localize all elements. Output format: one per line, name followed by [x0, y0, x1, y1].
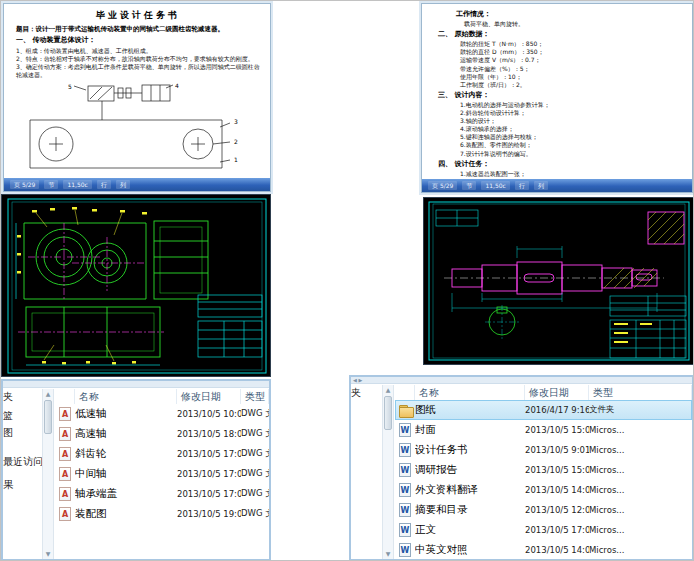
file-row[interactable]: W 调研报告 2013/10/5 15:01 Micros...: [395, 460, 692, 480]
sketch-svg: [16, 82, 262, 174]
scroll-thumb[interactable]: [44, 400, 52, 434]
file-type: Micros...: [589, 425, 692, 435]
screenshot-canvas: 毕业设计任务书 题目：设计一用于带式运输机传动装置中的同轴式二级圆柱齿轮减速器。…: [0, 0, 694, 561]
file-type: DWG 文...: [241, 448, 269, 460]
file-date: 2013/10/5 18:01: [177, 429, 241, 439]
file-date: 2016/4/17 9:16: [525, 405, 589, 415]
file-row[interactable]: W 外文资料翻译 2013/10/5 14:01 Micros...: [395, 480, 692, 500]
file-date: 2013/10/5 15:01: [525, 425, 589, 435]
file-row[interactable]: A 斜齿轮 2013/10/5 17:01 DWG 文...: [55, 444, 269, 464]
file-date: 2013/10/5 10:01: [177, 409, 241, 419]
tree-item[interactable]: 最近访问的位置: [3, 456, 42, 467]
file-row[interactable]: W 摘要和目录 2013/10/5 12:01 Micros...: [395, 500, 692, 520]
file-date: 2013/10/5 17:01: [525, 525, 589, 535]
column-header-type[interactable]: 类型: [241, 389, 269, 404]
tree-scrollbar[interactable]: ▲ ▼: [42, 389, 54, 559]
status-position: 11,50c: [63, 180, 91, 189]
file-type: DWG 文...: [241, 408, 269, 420]
file-row[interactable]: W 设计任务书 2013/10/5 9:01 Micros...: [395, 440, 692, 460]
scroll-down-icon[interactable]: ▼: [43, 549, 53, 559]
file-type: DWG 文...: [241, 428, 269, 440]
tree-item[interactable]: 篮: [3, 410, 42, 421]
figure-transmission-sketch: 5 4 3 2 1: [16, 82, 262, 174]
doc-status-bar: 页 5/29 节 11,50c 行 列: [422, 179, 692, 192]
doc-item: 2、特点：齿轮相对于轴承不对称分布，故沿轴向载荷分布不均匀，要求轴有较大的刚度。: [16, 55, 260, 63]
word-file-icon: W: [399, 463, 411, 477]
file-date: 2013/10/5 14:01: [525, 545, 589, 555]
scroll-thumb[interactable]: [384, 396, 392, 430]
data-item: 运输带速度 V（m/s）：0.7；: [434, 56, 682, 64]
file-name: 高速轴: [75, 427, 177, 441]
word-file-icon: W: [399, 543, 411, 557]
cad-shaft-canvas: [424, 198, 694, 365]
file-name: 正文: [415, 523, 525, 537]
file-type: Micros...: [589, 485, 692, 495]
word-file-icon: W: [399, 503, 411, 517]
file-row[interactable]: W 中英文对照 2013/10/5 14:01 Micros...: [395, 540, 692, 559]
file-row[interactable]: A 低速轴 2013/10/5 10:01 DWG 文...: [55, 404, 269, 424]
word-file-icon: W: [399, 423, 411, 437]
file-name: 装配图: [75, 507, 177, 521]
file-date: 2013/10/5 9:01: [525, 445, 589, 455]
status-column: 列: [116, 180, 130, 189]
content-item: 1.电动机的选择与运动参数计算；: [434, 101, 682, 109]
folder-tree-pane: 夹: [351, 385, 382, 559]
doc-subject: 题目：设计一用于带式运输机传动装置中的同轴式二级圆柱齿轮减速器。: [16, 25, 260, 34]
tree-item[interactable]: 夹: [3, 391, 42, 402]
scroll-up-icon[interactable]: ▲: [383, 385, 393, 395]
file-type: DWG 文...: [241, 488, 269, 500]
sec3-heading: 三、 设计内容：: [434, 91, 682, 100]
dwg-file-icon: A: [59, 467, 71, 481]
file-date: 2013/10/5 19:01: [177, 509, 241, 519]
file-name: 轴承端盖: [75, 487, 177, 501]
figure-callout-4: 4: [175, 83, 179, 89]
file-row[interactable]: A 中间轴 2013/10/5 17:01 DWG 文...: [55, 464, 269, 484]
file-row[interactable]: A 装配图 2013/10/5 19:01 DWG 文...: [55, 504, 269, 524]
column-header-name[interactable]: 名称: [75, 389, 177, 404]
status-section: 节: [44, 180, 58, 189]
file-name: 图纸: [415, 403, 525, 417]
dwg-file-icon: A: [59, 427, 71, 441]
column-header-date[interactable]: 修改日期: [177, 389, 241, 404]
file-type: DWG 文...: [241, 468, 269, 480]
tree-item[interactable]: 图: [3, 427, 42, 438]
task-item: 1.减速器总装配图一张；: [434, 170, 682, 178]
file-type: Micros...: [589, 545, 692, 555]
tree-scrollbar[interactable]: ▲ ▼: [382, 385, 394, 559]
dwg-file-icon: A: [59, 487, 71, 501]
column-header-date[interactable]: 修改日期: [525, 385, 589, 400]
file-name: 摘要和目录: [415, 503, 525, 517]
tree-item[interactable]: 夹: [351, 387, 382, 398]
scroll-down-icon[interactable]: ▼: [383, 549, 393, 559]
doc-item: 3、确定传动方案：考虑到电机工作条件是载荷平稳、单向旋转，所以选用同轴式二级圆柱…: [16, 63, 260, 79]
folder-icon: [398, 404, 413, 417]
content-item: 6.装配图、零件图的绘制；: [434, 141, 682, 149]
dwg-file-icon: A: [59, 507, 71, 521]
folder-tree-pane: 夹 篮 图 最近访问的位置 果: [3, 389, 42, 559]
file-row[interactable]: W 封面 2013/10/5 15:01 Micros...: [395, 420, 692, 440]
column-header-name[interactable]: 名称: [415, 385, 525, 400]
file-row[interactable]: W 正文 2013/10/5 17:01 Micros...: [395, 520, 692, 540]
content-item: 2.斜齿轮传动设计计算；: [434, 109, 682, 117]
file-type: Micros...: [589, 525, 692, 535]
status-page: 页 5/29: [428, 181, 457, 190]
scroll-up-icon[interactable]: ▲: [43, 389, 53, 399]
figure-callout-3: 3: [234, 119, 238, 125]
file-date: 2013/10/5 14:01: [525, 485, 589, 495]
cad-window-shaft-drawing: [423, 197, 694, 365]
data-item: 使用年限（年）：10；: [434, 73, 682, 81]
file-row[interactable]: A 轴承端盖 2013/10/5 17:01 DWG 文...: [55, 484, 269, 504]
file-date: 2013/10/5 17:01: [177, 489, 241, 499]
file-row[interactable]: A 高速轴 2013/10/5 18:01 DWG 文...: [55, 424, 269, 444]
column-headers: 名称 修改日期 类型: [395, 385, 692, 400]
file-type: Micros...: [589, 445, 692, 455]
word-file-icon: W: [399, 483, 411, 497]
explorer-toolbar-remnant: ◀ ▶: [351, 377, 692, 384]
file-name: 封面: [415, 423, 525, 437]
file-row-selected[interactable]: 图纸 2016/4/17 9:16 文件夹: [395, 400, 692, 420]
file-name: 外文资料翻译: [415, 483, 525, 497]
column-header-type[interactable]: 类型: [589, 385, 692, 400]
sec2-heading: 二、 原始数据：: [434, 30, 682, 39]
tree-item[interactable]: 果: [3, 479, 42, 490]
word-file-icon: W: [399, 523, 411, 537]
